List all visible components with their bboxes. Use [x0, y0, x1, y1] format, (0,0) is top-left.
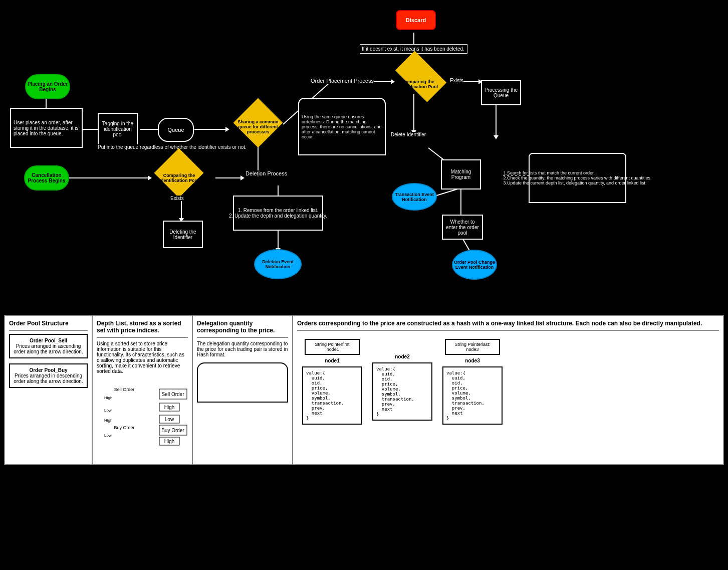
ll-node2: value:{ uuid, oid, price, volume, symbol…: [372, 362, 432, 421]
col3-delegation: Delegation quantity corresponding to the…: [193, 316, 293, 464]
processing-queue-node: Processing the Queue: [481, 80, 521, 105]
buy-pool-box: Order Pool_Buy Prices arranged in descen…: [9, 363, 88, 388]
transaction-event-node: Transaction Event Notification: [392, 183, 437, 211]
flowchart-area: Discard If it doesn't exist, it means it…: [0, 0, 728, 311]
sharing-common-queue-diamond: Sharing a common queue for different pro…: [233, 110, 283, 143]
node1-label: node1: [325, 358, 339, 363]
svg-marker-24: [240, 175, 245, 180]
col2-header: Depth List, stored as a sorted set with …: [97, 320, 188, 338]
svg-text:Low: Low: [104, 408, 112, 413]
svg-text:High: High: [164, 405, 175, 410]
user-places-order-node: User places an order, after storing it i…: [10, 108, 83, 148]
deletion-process-label: Deletion Process: [246, 170, 287, 176]
svg-text:Sell Order: Sell Order: [114, 387, 135, 392]
ll-container: String Pointerfirst :node1 node1 value:{…: [297, 334, 719, 430]
search-lists-note: 1.Search for lists that match the curren…: [529, 153, 626, 203]
matching-program-node: Matching Program: [441, 159, 481, 189]
svg-marker-32: [494, 135, 499, 139]
ll-node3: value:{ uuid, oid, price, volume, symbol…: [442, 366, 503, 425]
col4-linked-list: Orders corresponding to the price are co…: [293, 316, 723, 464]
same-queue-note: Using the same queue ensures orderliness…: [298, 98, 386, 155]
svg-marker-22: [148, 175, 152, 180]
comparing-id-pool-bottom: Comparing the Identification Pool: [155, 160, 203, 196]
col1-header: Order Pool Structure: [9, 320, 88, 331]
deleting-identifier-node: Deleting the Identifier: [163, 221, 203, 248]
node3-label: node3: [465, 358, 479, 363]
col4-header: Orders corresponding to the price are co…: [297, 320, 719, 331]
order-placement-label: Order Placement Process: [311, 78, 374, 84]
col2-depth-list: Depth List, stored as a sorted set with …: [93, 316, 193, 464]
delete-identifier-label: Delete Identifier: [391, 132, 426, 137]
comparing-id-pool-top: Comparing the Identification Pool: [396, 70, 441, 98]
col1-order-pool: Order Pool Structure Order Pool_Sell Pri…: [5, 316, 93, 464]
discard-node: Discard: [396, 10, 436, 30]
col3-header: Delegation quantity corresponding to the…: [197, 320, 288, 338]
queue-node: Queue: [158, 118, 194, 142]
svg-text:High: High: [164, 439, 175, 444]
exists-top-label: Exists: [450, 78, 463, 83]
svg-marker-45: [144, 442, 150, 447]
svg-marker-44: [144, 382, 150, 387]
deletion-event-notification: Deletion Event Notification: [254, 249, 302, 279]
sell-pool-box: Order Pool_Sell Prices arranged in ascen…: [9, 334, 88, 358]
svg-text:Low: Low: [104, 433, 112, 438]
svg-marker-20: [225, 127, 229, 132]
svg-text:Buy Order: Buy Order: [161, 428, 184, 433]
bottom-table: Order Pool Structure Order Pool_Sell Pri…: [4, 315, 724, 465]
ll-node1: value:{ uuid, oid, price, volume, symbol…: [302, 366, 362, 425]
svg-text:Buy Order: Buy Order: [114, 425, 134, 430]
tagging-id-node: Tagging in the identification pool: [98, 113, 138, 145]
svg-text:High: High: [104, 418, 112, 423]
svg-marker-9: [391, 79, 395, 84]
whether-enter-pool-node: Whether to enter the order pool: [442, 215, 483, 240]
placing-order-begins: Placing an Order Begins: [25, 74, 70, 99]
svg-text:Sell Order: Sell Order: [161, 392, 184, 397]
node2-label: node2: [395, 354, 409, 359]
svg-text:High: High: [104, 396, 112, 400]
put-into-queue-label: Put into the queue regardless of whether…: [98, 144, 256, 150]
order-pool-change-node: Order Pool Change Event Notification: [452, 250, 497, 280]
exists-bottom-label: Exists: [170, 196, 184, 201]
depth-list-svg: Sell Order High Low Buy Order High Sell …: [97, 379, 192, 449]
remove-from-list-node: 1. Remove from the order linked list. 2.…: [233, 196, 323, 231]
cancellation-begins-node: Cancellation Process Begins: [24, 165, 69, 191]
svg-text:Low: Low: [165, 417, 174, 422]
